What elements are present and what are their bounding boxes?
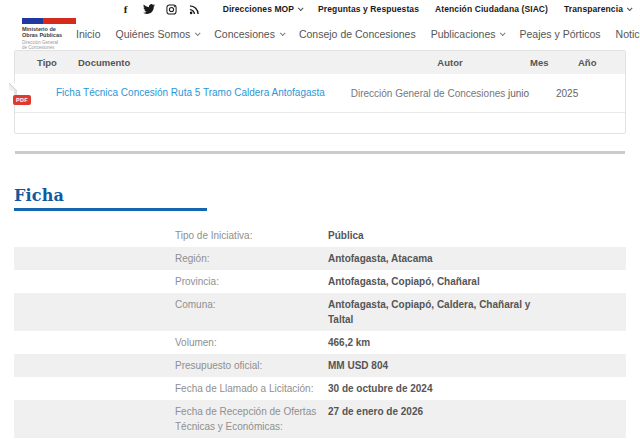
field-label: Fecha de Recepción de Ofertas Técnicas y… — [175, 404, 328, 434]
ficha-field-row: Fecha de Apertura de Ofertas Económicas:… — [14, 438, 626, 442]
ficha-section-title: Ficha — [14, 186, 626, 205]
section-divider — [15, 151, 625, 154]
logo-department-text: Dirección General de Concesiones — [22, 40, 76, 50]
ficha-field-row: Presupuesto oficial: MM USD 804 — [14, 354, 626, 377]
nav-item-noticias[interactable]: Noticias — [616, 28, 640, 40]
top-utility-bar: f Direcciones MOP Preguntas y Respuestas… — [0, 0, 640, 18]
chevron-down-icon — [627, 5, 633, 11]
col-header-documento: Documento — [78, 57, 370, 68]
documents-table-header: Tipo Documento Autor Mes Año — [15, 51, 625, 74]
field-label: Volumen: — [175, 335, 328, 350]
field-label: Comuna: — [175, 297, 328, 327]
twitter-icon[interactable] — [143, 3, 155, 15]
ficha-title-underline — [14, 208, 207, 211]
nav-item-peajes[interactable]: Peajes y Pórticos — [519, 28, 600, 40]
topbar-item-label: Direcciones MOP — [223, 4, 294, 14]
mop-logo[interactable]: Ministerio de Obras Públicas Dirección G… — [22, 18, 76, 51]
page-fold — [9, 83, 17, 91]
field-value: 466,2 km — [328, 335, 533, 350]
pdf-badge-label: PDF — [13, 95, 31, 105]
chevron-down-icon — [500, 30, 506, 36]
rss-icon[interactable] — [189, 3, 201, 15]
chevron-down-icon — [195, 30, 201, 36]
ficha-field-row: Fecha de Llamado a Licitación: 30 de oct… — [14, 377, 626, 400]
topbar-item-atencion-siac[interactable]: Atención Ciudadana (SIAC) — [435, 4, 548, 14]
field-label: Presupuesto oficial: — [175, 358, 328, 373]
field-label: Provincia: — [175, 274, 328, 289]
topbar-item-label: Preguntas y Respuestas — [318, 4, 419, 14]
field-value: 27 de enero de 2026 — [328, 404, 533, 434]
documents-table: Tipo Documento Autor Mes Año PDF Ficha T… — [14, 50, 626, 134]
logo-ministry-text: Ministerio de Obras Públicas — [22, 26, 76, 39]
document-author: Dirección General de Concesiones — [348, 88, 508, 99]
field-value: Antofagasta, Copiapó, Caldera, Chañaral … — [328, 297, 533, 327]
document-link[interactable]: Ficha Técnica Concesión Ruta 5 Tramo Cal… — [56, 80, 348, 106]
field-value: Antofagasta, Copiapó, Chañaral — [328, 274, 533, 289]
topbar-item-preguntas[interactable]: Preguntas y Respuestas — [318, 4, 419, 14]
main-navbar: Ministerio de Obras Públicas Dirección G… — [0, 18, 640, 50]
ficha-field-row: Fecha de Recepción de Ofertas Técnicas y… — [14, 400, 626, 438]
ficha-field-row: Comuna: Antofagasta, Copiapó, Caldera, C… — [14, 293, 626, 331]
nav-item-inicio[interactable]: Inicio — [76, 28, 101, 40]
document-type-cell: PDF — [15, 84, 56, 102]
topbar-item-label: Transparencia — [564, 4, 623, 14]
instagram-icon[interactable] — [166, 3, 178, 15]
field-value: Antofagasta, Atacama — [328, 251, 533, 266]
field-label: Tipo de Iniciativa: — [175, 228, 328, 243]
nav-item-consejo[interactable]: Consejo de Concesiones — [299, 28, 416, 40]
pdf-file-icon: PDF — [15, 83, 17, 102]
chile-flag-bar — [22, 18, 76, 24]
ficha-field-row: Provincia: Antofagasta, Copiapó, Chañara… — [14, 270, 626, 293]
col-header-ano: Año — [578, 57, 607, 68]
nav-item-quienes-somos[interactable]: Quiénes Somos — [116, 28, 200, 40]
facebook-icon[interactable]: f — [120, 3, 132, 15]
ficha-section: Ficha Tipo de Iniciativa: Pública Región… — [14, 186, 626, 442]
topbar-item-label: Atención Ciudadana (SIAC) — [435, 4, 548, 14]
chevron-down-icon — [280, 30, 286, 36]
nav-item-concesiones[interactable]: Concesiones — [214, 28, 284, 40]
col-header-tipo: Tipo — [37, 57, 78, 68]
ficha-fields-list: Tipo de Iniciativa: Pública Región: Anto… — [14, 224, 626, 442]
topbar-item-transparencia[interactable]: Transparencia — [564, 4, 631, 14]
topbar-item-direcciones-mop[interactable]: Direcciones MOP — [223, 4, 302, 14]
document-month: junio — [508, 88, 556, 99]
chevron-down-icon — [298, 5, 304, 11]
table-row: PDF Ficha Técnica Concesión Ruta 5 Tramo… — [15, 74, 625, 113]
field-value: MM USD 804 — [328, 358, 533, 373]
social-links: f — [120, 3, 201, 15]
ficha-field-row: Volumen: 466,2 km — [14, 331, 626, 354]
field-value: Pública — [328, 228, 533, 243]
nav-item-publicaciones[interactable]: Publicaciones — [431, 28, 505, 40]
nav-menu: Inicio Quiénes Somos Concesiones Consejo… — [76, 28, 640, 41]
field-value: 30 de octubre de 2024 — [328, 381, 533, 396]
ficha-field-row: Tipo de Iniciativa: Pública — [14, 224, 626, 247]
col-header-mes: Mes — [530, 57, 578, 68]
ficha-field-row: Región: Antofagasta, Atacama — [14, 247, 626, 270]
field-label: Región: — [175, 251, 328, 266]
document-year: 2025 — [556, 88, 625, 99]
col-header-autor: Autor — [370, 57, 530, 68]
field-label: Fecha de Llamado a Licitación: — [175, 381, 328, 396]
